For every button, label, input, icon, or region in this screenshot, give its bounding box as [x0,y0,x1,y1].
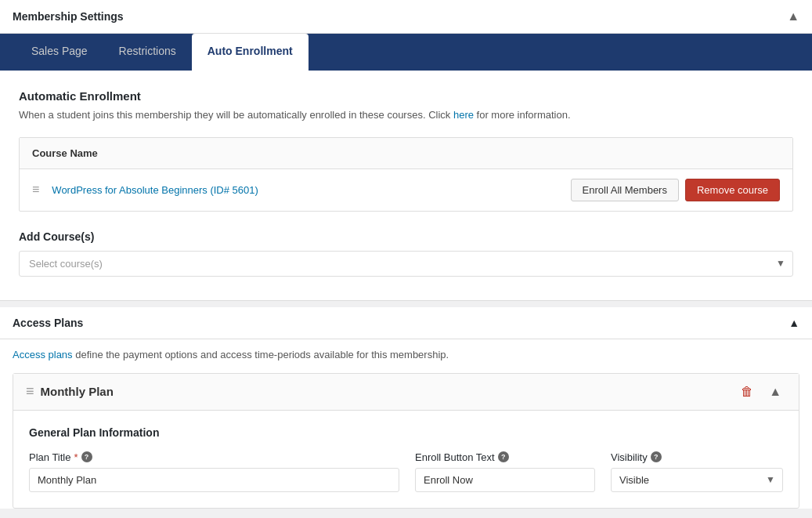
course-select-wrapper: Select course(s) ▼ [19,251,793,277]
access-plans-header: Access Plans ▲ [0,307,812,339]
enroll-button-group: Enroll Button Text ? [415,451,595,492]
access-plans-link[interactable]: Access plans [13,349,73,360]
desc-link[interactable]: here [453,109,474,121]
plan-card-header: ≡ Monthly Plan 🗑 ▲ [13,374,799,411]
collapse-plan-button[interactable]: ▲ [764,383,786,400]
plan-title-area: ≡ Monthly Plan [26,383,114,400]
delete-icon: 🗑 [741,385,753,398]
course-link[interactable]: WordPress for Absolute Beginners (ID# 56… [52,184,570,196]
collapse-icon: ▲ [769,385,781,398]
visibility-select-wrapper: Visible Hidden ▼ [611,468,783,492]
membership-settings-chevron[interactable]: ▲ [787,9,799,24]
access-plans-desc-after: define the payment options and access ti… [73,349,449,360]
plan-title-help-icon[interactable]: ? [81,451,92,462]
plan-title: Monthly Plan [41,385,114,398]
desc-text-before: When a student joins this membership the… [19,109,453,121]
enroll-button-text-label: Enroll Button Text ? [415,451,595,463]
tab-sales-page[interactable]: Sales Page [16,34,103,71]
plan-card-body: General Plan Information Plan Title * ? [13,411,799,508]
required-star: * [74,451,78,463]
plan-title-group: Plan Title * ? [29,451,399,492]
plan-card: ≡ Monthly Plan 🗑 ▲ General Plan Informat… [13,373,799,509]
visibility-select[interactable]: Visible Hidden [611,468,783,492]
desc-text-after: for more information. [474,109,571,121]
remove-course-button[interactable]: Remove course [685,179,780,201]
access-plans-description: Access plans define the payment options … [0,339,812,373]
visibility-help-icon[interactable]: ? [651,451,662,462]
membership-settings-header: Membership Settings ▲ [0,0,812,34]
visibility-group: Visibility ? Visible Hidden ▼ [611,451,783,492]
drag-handle-icon[interactable]: ≡ [32,183,39,197]
access-plans-title: Access Plans [13,317,83,329]
plan-card-actions: 🗑 ▲ [736,383,786,400]
plan-title-label: Plan Title * ? [29,451,399,463]
enroll-all-members-button[interactable]: Enroll All Members [571,179,679,201]
auto-enrollment-content: Automatic Enrollment When a student join… [0,71,812,301]
plan-form-row: Plan Title * ? Enroll Button Text ? [29,451,783,492]
plan-drag-icon[interactable]: ≡ [26,383,34,400]
table-row: ≡ WordPress for Absolute Beginners (ID# … [20,169,792,211]
course-select[interactable]: Select course(s) [19,251,793,277]
access-plans-section: Access Plans ▲ Access plans define the p… [0,307,812,509]
general-plan-section-title: General Plan Information [29,426,783,439]
course-actions: Enroll All Members Remove course [571,179,780,201]
add-courses-label: Add Course(s) [19,230,793,243]
access-plans-chevron[interactable]: ▲ [789,317,799,329]
course-table: Course Name ≡ WordPress for Absolute Beg… [19,137,793,212]
tab-auto-enrollment[interactable]: Auto Enrollment [192,34,309,71]
course-table-header: Course Name [20,138,792,169]
delete-plan-button[interactable]: 🗑 [736,383,758,400]
auto-enrollment-description: When a student joins this membership the… [19,107,793,123]
auto-enrollment-title: Automatic Enrollment [19,89,793,103]
enroll-button-input[interactable] [415,468,595,492]
visibility-label: Visibility ? [611,451,783,463]
membership-settings-title: Membership Settings [13,10,124,23]
enroll-button-help-icon[interactable]: ? [498,451,509,462]
tabs-bar: Sales Page Restrictions Auto Enrollment [0,34,812,71]
plan-title-input[interactable] [29,468,399,492]
tab-restrictions[interactable]: Restrictions [103,34,192,71]
